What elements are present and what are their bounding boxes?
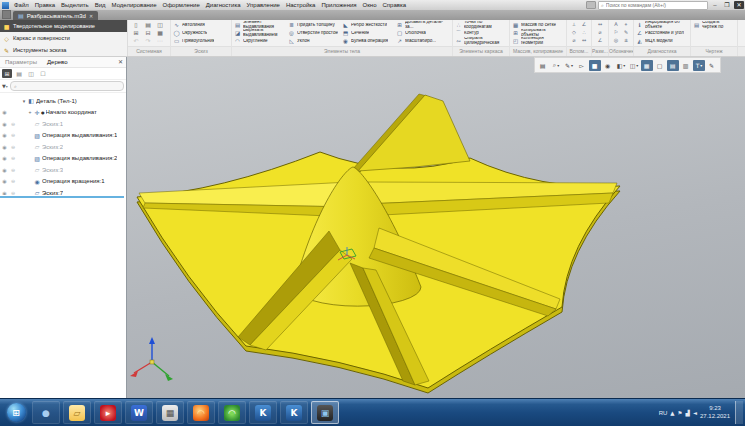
tab-tree[interactable]: Дерево xyxy=(42,59,73,65)
ribbon-button[interactable]: ◠ Скругление xyxy=(234,37,288,45)
show-desktop-button[interactable] xyxy=(735,401,743,424)
ribbon-group-label[interactable]: Чертеж xyxy=(691,46,737,56)
system-tool-button[interactable]: ⋯ xyxy=(154,37,166,45)
ribbon-button[interactable]: ◣ Ребро жесткости xyxy=(342,21,396,29)
tree-item[interactable]: ◉ ⊖ ▱ Эскиз:1 xyxy=(0,118,126,130)
action-center-flag-icon[interactable]: ⚑ xyxy=(678,410,683,416)
ribbon-button[interactable]: ⊞ Копировать объекты xyxy=(512,29,564,37)
tree-search-input[interactable]: ⌕ xyxy=(10,81,124,91)
ribbon-mini-button[interactable]: ◇ xyxy=(569,29,579,37)
system-tool-button[interactable]: ▤ xyxy=(142,21,154,29)
taskbar-player[interactable]: ▸ xyxy=(94,401,122,424)
panel-tool-button[interactable]: ⊞ xyxy=(2,69,12,78)
document-tab[interactable]: ▤ Разбрасыватель.m3d ✕ xyxy=(13,11,98,20)
viewport-3d[interactable] xyxy=(126,56,745,399)
account-icon[interactable] xyxy=(586,1,596,9)
ribbon-mini-button[interactable]: ⌀ xyxy=(569,37,579,45)
command-search[interactable]: ⌕ xyxy=(598,1,708,10)
ribbon-button[interactable]: ▤ Элемент выдавливания xyxy=(234,21,288,29)
taskbar-utility[interactable]: ▦ xyxy=(156,401,184,424)
ribbon-mini-button[interactable]: ⟂ xyxy=(569,21,579,29)
visibility-eye-icon[interactable]: ◉ xyxy=(0,144,9,150)
menu-item[interactable]: Оформление xyxy=(160,0,203,10)
view-tool-button[interactable]: ▤ xyxy=(537,60,549,71)
ribbon-mini-button[interactable]: ✎ xyxy=(621,29,631,37)
ribbon-button[interactable]: ↗ Масштабиро... xyxy=(396,37,450,45)
view-tool-button[interactable]: ◫▾ xyxy=(628,60,640,71)
system-tool-button[interactable]: ◫ xyxy=(154,21,166,29)
menu-item[interactable]: Справка xyxy=(380,0,410,10)
hidden-icons-arrow[interactable]: ▲ xyxy=(670,410,674,416)
ribbon-button[interactable]: ▢ Оболочка xyxy=(396,29,450,37)
dropdown-arrow-icon[interactable]: ▾ xyxy=(700,63,702,68)
view-tool-button[interactable]: ◉ xyxy=(602,60,614,71)
ribbon-group-label[interactable]: Элементы тела xyxy=(232,46,452,56)
ribbon-mini-button[interactable]: ⌖ xyxy=(621,21,631,29)
ribbon-group-label[interactable]: Диагностика xyxy=(634,46,690,56)
tree-item[interactable]: ▾ ◧ Деталь (Тел-1) xyxy=(0,95,126,107)
ribbon-mode-button[interactable]: ✎ Инструменты эскиза xyxy=(0,44,127,56)
ribbon-button[interactable]: ◯ Окружность xyxy=(173,29,229,37)
visibility-eye-icon[interactable]: ◉ xyxy=(0,178,9,184)
maximize-button[interactable]: ❐ xyxy=(722,1,732,9)
ribbon-group-label[interactable]: Массив, копирование xyxy=(510,46,566,56)
menu-item[interactable]: Диагностика xyxy=(203,0,244,10)
ribbon-mini-button[interactable]: ± xyxy=(621,37,631,45)
view-tool-button[interactable]: ▤ xyxy=(667,60,679,71)
ribbon-button[interactable]: ⊞ Добавить деталь-за... xyxy=(396,21,450,29)
search-input[interactable] xyxy=(606,2,705,8)
ribbon-group-label[interactable]: Разм... xyxy=(592,46,608,56)
view-tool-button[interactable]: T▾ xyxy=(693,60,705,71)
menu-item[interactable]: Управление xyxy=(244,0,283,10)
tab-close-icon[interactable]: ✕ xyxy=(89,13,93,19)
tree-item[interactable]: ◉ ⊖ ▨ Операция выдавливания:1 xyxy=(0,130,126,142)
ribbon-group-label[interactable]: Системная xyxy=(128,46,170,56)
ribbon-button[interactable]: ◰ Коллекция геометрии xyxy=(512,37,564,45)
menu-item[interactable]: Файл xyxy=(11,0,32,10)
taskbar-nero[interactable]: ◠ xyxy=(218,401,246,424)
taskbar-kompas-window-2[interactable]: K xyxy=(280,401,308,424)
menu-item[interactable]: Настройка xyxy=(283,0,319,10)
ribbon-mini-button[interactable]: ◎ xyxy=(611,37,621,45)
system-tool-button[interactable]: ↷ xyxy=(142,37,154,45)
ribbon-button[interactable]: ◎ Отверстие простое xyxy=(288,29,342,37)
taskbar-word[interactable]: W xyxy=(125,401,153,424)
ribbon-button[interactable]: ◉ Булева операция xyxy=(342,37,396,45)
view-tool-button[interactable]: ▢ xyxy=(654,60,666,71)
volume-icon[interactable]: ◄ xyxy=(693,410,697,416)
ribbon-mini-button[interactable]: ∠ xyxy=(594,37,606,45)
ribbon-button[interactable]: ▦ Массив по сетке xyxy=(512,21,564,29)
model-canvas[interactable] xyxy=(126,56,745,399)
panel-tool-button[interactable]: ◫ xyxy=(26,69,36,78)
ribbon-button[interactable]: ∴ Точки по координатам xyxy=(455,21,507,29)
ribbon-button[interactable]: ◪ Вырезать выдавливанием xyxy=(234,29,288,37)
taskbar-start-button[interactable]: ⊞ xyxy=(3,401,29,424)
menu-item[interactable]: Правка xyxy=(32,0,58,10)
taskbar-folder[interactable]: ▱ xyxy=(63,401,91,424)
ribbon-button[interactable]: ◭ МЦХ модели xyxy=(636,37,688,45)
ribbon-group-label[interactable]: Вспом... xyxy=(567,46,591,56)
view-tool-button[interactable]: ✎ xyxy=(706,60,718,71)
taskbar-image-viewer[interactable]: ▣ xyxy=(311,401,339,424)
ribbon-button[interactable]: ⌒ Контур xyxy=(455,29,507,37)
ribbon-mode-button[interactable]: ■ Твердотельное моделирование xyxy=(0,20,127,32)
system-tool-button[interactable]: ⊞ xyxy=(130,29,142,37)
tree-item[interactable]: ◉ ⊖ ▱ Эскиз:3 xyxy=(0,164,126,176)
ribbon-button[interactable]: ≣ Придать толщину xyxy=(288,21,342,29)
dropdown-arrow-icon[interactable]: ▾ xyxy=(636,63,638,68)
visibility-eye-icon[interactable]: ◉ xyxy=(0,190,9,196)
tree-item[interactable]: ◉ ⊖ ◉ Операция вращения:1 xyxy=(0,176,126,188)
panel-tool-button[interactable]: ☐ xyxy=(38,69,48,78)
view-tool-button[interactable]: ▥ xyxy=(680,60,692,71)
menu-item[interactable]: Окно xyxy=(360,0,380,10)
view-tool-button[interactable]: ◧▾ xyxy=(615,60,627,71)
menu-item[interactable]: Приложения xyxy=(318,0,359,10)
tree-item[interactable]: ◉ ⊖ ▱ Эскиз:7 xyxy=(0,187,126,195)
view-tool-button[interactable]: ▦ xyxy=(641,60,653,71)
view-tool-button[interactable]: ▻ xyxy=(576,60,588,71)
ribbon-mini-button[interactable]: ↔ xyxy=(579,37,589,45)
ribbon-mini-button[interactable]: ∴ xyxy=(579,29,589,37)
ribbon-button[interactable]: ▤ Создать чертеж по модели xyxy=(693,21,735,29)
view-tool-button[interactable]: ✎▾ xyxy=(563,60,575,71)
panel-close-icon[interactable]: ✕ xyxy=(118,58,126,65)
